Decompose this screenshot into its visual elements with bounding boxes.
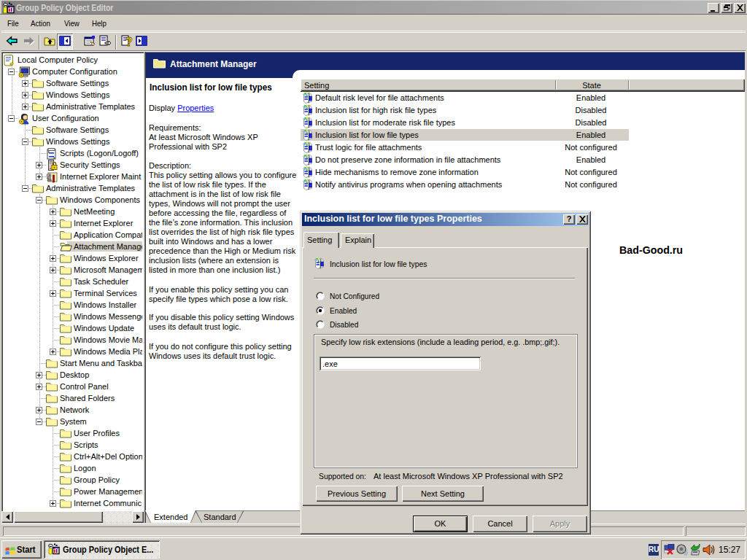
svg-text:?: ? xyxy=(125,36,133,47)
